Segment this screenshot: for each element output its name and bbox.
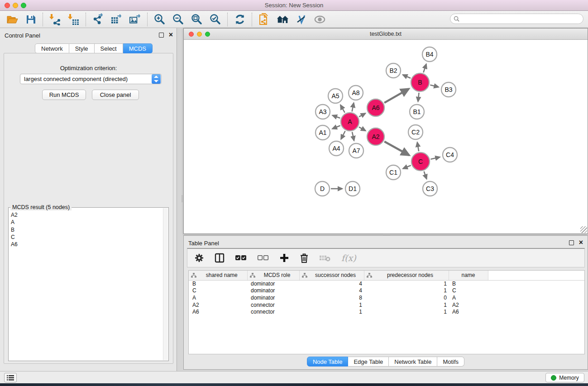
- table-row[interactable]: Bdominator41B: [189, 280, 584, 287]
- settings-gear-icon[interactable]: [194, 253, 204, 263]
- edge-A-A1[interactable]: [332, 126, 340, 129]
- new-network-from-selection-icon[interactable]: [258, 13, 270, 25]
- edge-A-A5[interactable]: [340, 105, 344, 113]
- tab-network[interactable]: Network: [35, 43, 69, 53]
- node-B[interactable]: B: [411, 73, 429, 91]
- cell-name[interactable]: C: [449, 287, 488, 295]
- home-icon[interactable]: [277, 13, 289, 25]
- cell-MCDS-role[interactable]: dominator: [247, 287, 299, 295]
- cell-successor-nodes[interactable]: 4: [299, 287, 364, 295]
- network-window-titlebar[interactable]: testGlobe.txt: [184, 29, 588, 40]
- task-history-button[interactable]: [4, 373, 17, 382]
- edge-A-A2[interactable]: [359, 127, 366, 131]
- search-input[interactable]: [462, 16, 583, 22]
- zoom-out-icon[interactable]: [172, 13, 184, 25]
- cell-MCDS-role[interactable]: dominator: [247, 294, 299, 301]
- cell-predecessor-nodes[interactable]: 1: [364, 301, 449, 309]
- close-panel-icon[interactable]: ×: [169, 30, 173, 39]
- edge-C-C4[interactable]: [430, 157, 440, 159]
- edge-B-B3[interactable]: [430, 85, 438, 87]
- tab-mcds[interactable]: MCDS: [123, 43, 153, 53]
- cell-shared-name[interactable]: B: [189, 280, 247, 287]
- node-table[interactable]: shared nameMCDS rolesuccessor nodesprede…: [188, 270, 585, 354]
- result-item[interactable]: A6: [10, 241, 163, 248]
- cell-successor-nodes[interactable]: 4: [299, 280, 364, 287]
- node-A1[interactable]: A1: [316, 125, 330, 140]
- column-chooser-icon[interactable]: [215, 253, 225, 263]
- node-C2[interactable]: C2: [408, 125, 423, 139]
- cell-name[interactable]: A2: [449, 301, 488, 309]
- node-A4[interactable]: A4: [329, 141, 344, 156]
- export-network-icon[interactable]: [92, 13, 104, 25]
- edge-A6-B[interactable]: [384, 89, 409, 103]
- zoom-fit-icon[interactable]: [191, 13, 203, 25]
- export-image-icon[interactable]: [129, 13, 141, 25]
- node-B3[interactable]: B3: [441, 82, 456, 97]
- node-D1[interactable]: D1: [345, 181, 360, 196]
- cell-shared-name[interactable]: A2: [189, 301, 247, 309]
- tab-node-table[interactable]: Node Table: [307, 357, 349, 367]
- edge-B-B2[interactable]: [403, 75, 411, 78]
- node-B4[interactable]: B4: [422, 47, 437, 62]
- select-all-icon[interactable]: [235, 255, 247, 261]
- cell-MCDS-role[interactable]: connector: [247, 308, 299, 315]
- zoom-selected-icon[interactable]: [209, 13, 221, 25]
- node-B1[interactable]: B1: [410, 105, 424, 119]
- result-item[interactable]: B: [10, 226, 163, 234]
- import-table-icon[interactable]: [67, 13, 80, 25]
- float-panel-icon[interactable]: [569, 240, 574, 245]
- zoom-in-icon[interactable]: [153, 13, 166, 25]
- search-field[interactable]: [450, 14, 583, 24]
- table-row[interactable]: Cdominator41C: [189, 287, 584, 295]
- tab-edge-table[interactable]: Edge Table: [348, 357, 389, 367]
- cell-name[interactable]: A6: [449, 308, 488, 315]
- cell-successor-nodes[interactable]: 1: [299, 308, 364, 315]
- open-file-icon[interactable]: [6, 13, 18, 25]
- result-scrollbar[interactable]: [163, 208, 168, 360]
- export-table-icon[interactable]: [110, 13, 123, 25]
- memory-button[interactable]: Memory: [545, 373, 584, 382]
- tab-style[interactable]: Style: [69, 43, 95, 53]
- table-row[interactable]: Adominator80A: [189, 294, 584, 301]
- cell-predecessor-nodes[interactable]: 1: [364, 280, 449, 287]
- run-mcds-button[interactable]: Run MCDS: [42, 90, 86, 100]
- deselect-all-icon[interactable]: [257, 255, 269, 261]
- node-A3[interactable]: A3: [316, 105, 330, 119]
- node-A2[interactable]: A2: [367, 128, 384, 145]
- edge-A-A3[interactable]: [333, 115, 340, 118]
- node-A[interactable]: A: [341, 113, 359, 131]
- delete-column-icon[interactable]: [300, 253, 309, 263]
- cell-predecessor-nodes[interactable]: 0: [364, 294, 449, 301]
- column-header-predecessor-nodes[interactable]: predecessor nodes: [364, 271, 449, 280]
- column-header-shared-name[interactable]: shared name: [189, 271, 247, 280]
- cell-MCDS-role[interactable]: connector: [247, 301, 299, 309]
- edge-A-A8[interactable]: [352, 103, 354, 112]
- cell-successor-nodes[interactable]: 8: [299, 294, 364, 301]
- edge-C-C3[interactable]: [424, 172, 427, 179]
- edge-A-A4[interactable]: [341, 131, 345, 139]
- table-row[interactable]: A2connector11A2: [189, 301, 584, 309]
- node-B2[interactable]: B2: [386, 63, 401, 78]
- edge-C-C2[interactable]: [417, 143, 419, 152]
- node-A6[interactable]: A6: [367, 99, 384, 116]
- node-A8[interactable]: A8: [349, 86, 363, 100]
- column-header-name[interactable]: name: [449, 271, 488, 280]
- splitter-handle-vertical[interactable]: [182, 195, 183, 202]
- node-C4[interactable]: C4: [443, 148, 457, 162]
- edge-A2-C[interactable]: [384, 142, 409, 155]
- node-C[interactable]: C: [411, 152, 430, 171]
- close-panel-button[interactable]: Close panel: [92, 90, 139, 100]
- function-builder-icon[interactable]: f(x): [341, 253, 356, 263]
- cell-MCDS-role[interactable]: dominator: [247, 280, 299, 287]
- cell-shared-name[interactable]: A: [189, 294, 247, 301]
- float-panel-icon[interactable]: [159, 33, 164, 38]
- close-panel-icon[interactable]: ×: [579, 238, 583, 247]
- cell-name[interactable]: B: [449, 280, 488, 287]
- node-C1[interactable]: C1: [386, 165, 401, 180]
- tab-network-table[interactable]: Network Table: [389, 357, 437, 367]
- hide-graphics-details-icon[interactable]: [295, 13, 307, 25]
- tab-motifs[interactable]: Motifs: [437, 357, 464, 367]
- node-A5[interactable]: A5: [328, 89, 343, 103]
- column-header-successor-nodes[interactable]: successor nodes: [299, 271, 364, 280]
- save-session-icon[interactable]: [24, 13, 37, 25]
